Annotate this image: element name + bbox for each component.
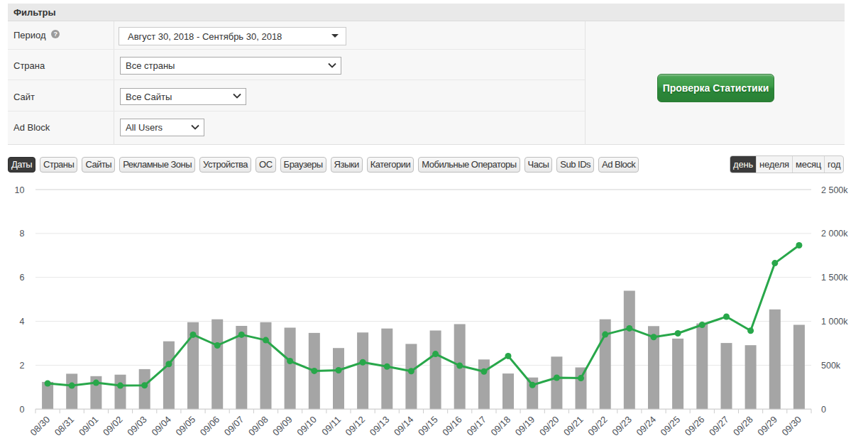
svg-text:09/19: 09/19	[513, 414, 537, 438]
svg-text:09/27: 09/27	[707, 414, 731, 438]
svg-text:09/22: 09/22	[586, 414, 610, 438]
svg-text:09/01: 09/01	[77, 414, 101, 438]
svg-text:6: 6	[20, 273, 25, 283]
svg-text:09/30: 09/30	[779, 414, 803, 438]
svg-text:09/18: 09/18	[489, 414, 513, 438]
svg-text:08/31: 08/31	[53, 414, 77, 438]
svg-text:09/28: 09/28	[731, 414, 755, 438]
svg-text:0: 0	[821, 405, 826, 415]
svg-text:09/05: 09/05	[174, 414, 198, 438]
svg-text:8: 8	[20, 229, 25, 239]
svg-text:1 000k: 1 000k	[821, 317, 848, 327]
svg-text:09/08: 09/08	[246, 414, 270, 438]
svg-text:09/04: 09/04	[149, 414, 173, 438]
svg-text:09/06: 09/06	[198, 414, 222, 438]
svg-text:09/17: 09/17	[464, 414, 488, 438]
svg-text:09/03: 09/03	[125, 414, 149, 438]
svg-text:2 500k: 2 500k	[821, 185, 848, 195]
svg-text:09/25: 09/25	[659, 414, 683, 438]
svg-text:09/20: 09/20	[537, 414, 561, 438]
svg-text:09/26: 09/26	[683, 414, 707, 438]
svg-text:10: 10	[15, 185, 25, 195]
svg-text:09/07: 09/07	[222, 414, 246, 438]
svg-text:1 500k: 1 500k	[821, 273, 848, 283]
svg-text:09/24: 09/24	[634, 414, 659, 438]
svg-text:09/16: 09/16	[440, 414, 464, 438]
svg-text:08/30: 08/30	[28, 414, 53, 438]
svg-text:0: 0	[20, 405, 25, 415]
svg-text:4: 4	[20, 317, 25, 327]
svg-text:09/14: 09/14	[392, 414, 416, 438]
svg-text:09/21: 09/21	[561, 414, 586, 438]
svg-text:09/29: 09/29	[755, 414, 779, 438]
svg-text:09/10: 09/10	[295, 414, 319, 438]
svg-text:09/11: 09/11	[319, 414, 343, 437]
svg-text:500k: 500k	[821, 361, 841, 371]
svg-text:09/09: 09/09	[270, 414, 295, 438]
svg-text:09/13: 09/13	[368, 414, 392, 438]
svg-text:2 000k: 2 000k	[821, 229, 848, 239]
svg-text:09/02: 09/02	[101, 414, 125, 438]
svg-text:09/23: 09/23	[610, 414, 634, 438]
svg-text:09/12: 09/12	[344, 414, 368, 438]
svg-text:2: 2	[20, 361, 25, 371]
svg-text:09/15: 09/15	[416, 414, 440, 438]
